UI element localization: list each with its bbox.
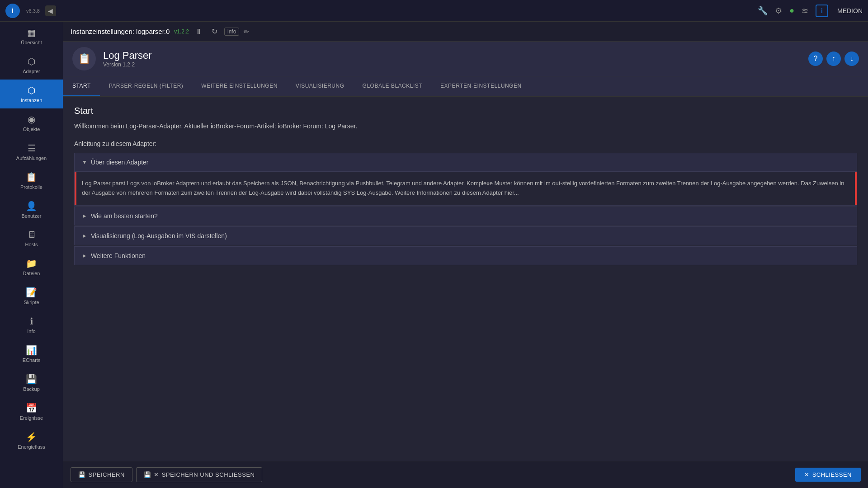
adapter-card: 📋 Log Parser Version 1.2.2 ? ↑ ↓ <box>63 42 868 76</box>
sidebar-item-ereignisse[interactable]: 📅 Ereignisse <box>0 397 63 426</box>
page-content: Start Willkommen beim Log-Parser-Adapter… <box>63 97 868 461</box>
adapter-version: Version 1.2.2 <box>103 61 801 68</box>
content-area: Instanzeinstellungen: logparser.0 v1.2.2… <box>63 22 868 488</box>
topbar-icons: 🔧 ⚙ ● ≋ i MEDION <box>758 5 863 17</box>
instance-version: v1.2.2 <box>174 28 189 35</box>
visualisierung-label: Visualisierung (Log-Ausgaben im VIS dars… <box>91 232 227 239</box>
refresh-button[interactable]: ↻ <box>209 26 220 37</box>
save-label: SPEICHERN <box>89 471 125 478</box>
ubersicht-icon: ▦ <box>27 27 36 38</box>
tab-weitere-einstellungen[interactable]: WEITERE EINSTELLUNGEN <box>192 76 287 96</box>
save-close-label: SPEICHERN UND SCHLIESSEN <box>162 471 255 478</box>
visualisierung-toggle: ► <box>82 233 87 239</box>
gear-icon[interactable]: ⚙ <box>775 6 782 16</box>
adapter-upload-button[interactable]: ↑ <box>826 52 841 66</box>
section-wie-starten-header[interactable]: ► Wie am besten starten? <box>75 207 857 225</box>
info-button[interactable]: info <box>224 28 239 36</box>
wave-icon[interactable]: ≋ <box>802 6 808 16</box>
red-left-indicator <box>75 172 76 205</box>
sidebar-item-echarts[interactable]: 📊 ECharts <box>0 339 63 368</box>
sidebar-item-protokolle[interactable]: 📋 Protokolle <box>0 166 63 195</box>
section-visualisierung-header[interactable]: ► Visualisierung (Log-Ausgaben im VIS da… <box>75 227 857 245</box>
instance-header: Instanzeinstellungen: logparser.0 v1.2.2… <box>63 22 868 42</box>
adapter-download-button[interactable]: ↓ <box>844 52 859 66</box>
section-wie-starten: ► Wie am besten starten? <box>74 206 857 225</box>
save-icon: 💾 <box>78 471 86 478</box>
benutzer-icon: 👤 <box>26 201 37 211</box>
uber-adapter-text: Log Parser parst Logs von ioBroker Adapt… <box>82 179 849 198</box>
weitere-funktionen-toggle: ► <box>82 253 87 259</box>
tabs: START PARSER-REGELN (FILTER) WEITERE EIN… <box>63 76 868 97</box>
sidebar-item-ubersicht[interactable]: ▦ Übersicht <box>0 22 63 51</box>
save-close-button[interactable]: 💾 ✕ SPEICHERN UND SCHLIESSEN <box>136 467 263 482</box>
bottom-toolbar: 💾 SPEICHERN 💾 ✕ SPEICHERN UND SCHLIESSEN… <box>63 461 868 488</box>
uber-adapter-body: Log Parser parst Logs von ioBroker Adapt… <box>75 171 857 205</box>
pause-button[interactable]: ⏸ <box>193 26 204 37</box>
tab-parser-regeln[interactable]: PARSER-REGELN (FILTER) <box>100 76 193 96</box>
instanzen-icon: ⬡ <box>28 85 35 96</box>
section-weitere-funktionen: ► Weitere Funktionen <box>74 246 857 265</box>
sidebar-item-backup[interactable]: 💾 Backup <box>0 368 63 397</box>
section-uber-adapter-header[interactable]: ▼ Über diesen Adapter <box>75 153 857 171</box>
adapter-actions: ? ↑ ↓ <box>808 52 859 66</box>
uber-adapter-label: Über diesen Adapter <box>91 159 149 166</box>
sidebar-item-adapter[interactable]: ⬡ Adapter <box>0 51 63 80</box>
app-logo: i <box>5 4 20 18</box>
wrench-icon[interactable]: 🔧 <box>758 6 768 16</box>
close-x-icon: ✕ <box>154 471 159 478</box>
close-button[interactable]: ✕ SCHLIESSEN <box>795 468 861 482</box>
status-green-icon: ● <box>789 6 794 15</box>
sidebar-item-info[interactable]: ℹ Info <box>0 310 63 339</box>
edit-button[interactable]: ✏ <box>244 28 249 35</box>
backup-icon: 💾 <box>26 374 37 385</box>
sidebar: ▦ Übersicht ⬡ Adapter ⬡ Instanzen ◉ Obje… <box>0 22 63 488</box>
section-weitere-funktionen-header[interactable]: ► Weitere Funktionen <box>75 247 857 265</box>
topbar: i v6.3.8 ◀ 🔧 ⚙ ● ≋ i MEDION <box>0 0 868 22</box>
weitere-funktionen-label: Weitere Funktionen <box>91 252 146 259</box>
adapter-info-button[interactable]: ? <box>808 52 823 66</box>
sidebar-item-instanzen[interactable]: ⬡ Instanzen <box>0 80 63 108</box>
uber-adapter-toggle: ▼ <box>82 159 87 165</box>
objekte-icon: ◉ <box>28 114 35 125</box>
close-icon: ✕ <box>804 471 810 478</box>
sidebar-item-dateien[interactable]: 📁 Dateien <box>0 253 63 282</box>
collapse-sidebar-button[interactable]: ◀ <box>45 5 56 16</box>
section-visualisierung: ► Visualisierung (Log-Ausgaben im VIS da… <box>74 226 857 245</box>
tab-visualisierung[interactable]: VISUALISIERUNG <box>287 76 354 96</box>
sidebar-item-objekte[interactable]: ◉ Objekte <box>0 108 63 137</box>
adapter-icon: ⬡ <box>28 56 35 67</box>
echarts-icon: 📊 <box>26 345 37 356</box>
wie-starten-toggle: ► <box>82 213 87 219</box>
sidebar-item-energiefluss[interactable]: ⚡ Energiefluss <box>0 426 63 455</box>
adapter-logo: 📋 <box>72 47 96 70</box>
dateien-icon: 📁 <box>26 258 37 269</box>
page-title: Start <box>74 106 857 116</box>
hostname-label: MEDION <box>837 7 863 14</box>
main-layout: ▦ Übersicht ⬡ Adapter ⬡ Instanzen ◉ Obje… <box>0 22 868 488</box>
tab-start[interactable]: START <box>63 76 100 96</box>
protokolle-icon: 📋 <box>26 172 37 183</box>
adapter-name: Log Parser <box>103 50 801 61</box>
red-right-indicator <box>855 172 857 205</box>
sidebar-item-aufzahlungen[interactable]: ☰ Aufzählungen <box>0 137 63 166</box>
wie-starten-label: Wie am besten starten? <box>91 212 158 220</box>
save-button[interactable]: 💾 SPEICHERN <box>71 467 132 482</box>
sidebar-item-skripte[interactable]: 📝 Skripte <box>0 282 63 310</box>
iobroker-icon: i <box>816 5 828 17</box>
adapter-logo-icon: 📋 <box>78 53 90 65</box>
sidebar-item-benutzer[interactable]: 👤 Benutzer <box>0 195 63 224</box>
adapter-info: Log Parser Version 1.2.2 <box>103 50 801 68</box>
info-icon: ℹ <box>30 316 33 327</box>
tab-experten-einstellungen[interactable]: EXPERTEN-EINSTELLUNGEN <box>431 76 531 96</box>
close-label: SCHLIESSEN <box>812 471 852 478</box>
energiefluss-icon: ⚡ <box>26 432 37 442</box>
page-description: Willkommen beim Log-Parser-Adapter. Aktu… <box>74 122 857 131</box>
sidebar-item-hosts[interactable]: 🖥 Hosts <box>0 224 63 253</box>
app-version: v6.3.8 <box>26 8 40 14</box>
save-close-icon: 💾 <box>144 471 151 478</box>
tab-globale-blacklist[interactable]: GLOBALE BLACKLIST <box>354 76 432 96</box>
section-label: Anleitung zu diesem Adapter: <box>74 140 857 147</box>
instance-title: Instanzeinstellungen: logparser.0 <box>71 28 170 35</box>
aufzahlungen-icon: ☰ <box>28 143 36 154</box>
skripte-icon: 📝 <box>26 287 37 298</box>
